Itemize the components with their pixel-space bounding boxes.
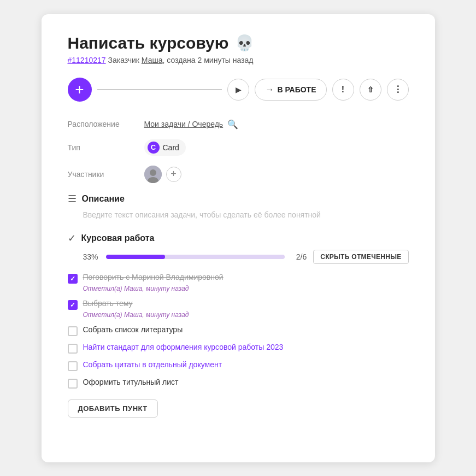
item-text: Собрать цитаты в отдельный документ: [83, 360, 222, 369]
progress-count: 2/6: [291, 252, 307, 261]
list-item: Поговорить с Мариной ВладимировнойОтмети…: [68, 273, 409, 292]
checkbox[interactable]: [68, 300, 78, 310]
svg-point-1: [150, 169, 156, 176]
checklist-header: ✓ Курсовая работа: [68, 232, 409, 244]
more-button[interactable]: ⋮: [387, 79, 409, 101]
play-icon: ▶: [236, 85, 242, 94]
item-text: Найти стандарт для оформления курсовой р…: [83, 343, 284, 351]
item-meta: Отметил(а) Маша, минуту назад: [83, 311, 409, 319]
subtitle: #11210217 Заказчик Маша, создана 2 минут…: [68, 56, 409, 64]
checklist-item-row: Оформить титульный лист: [68, 378, 409, 389]
checklist-item-row: Поговорить с Мариной Владимировной: [68, 273, 409, 284]
checklist-item-row: Найти стандарт для оформления курсовой р…: [68, 343, 409, 354]
add-button[interactable]: +: [68, 78, 92, 102]
checklist-item-row: Выбрать тему: [68, 299, 409, 310]
item-text: Выбрать тему: [83, 299, 133, 308]
description-title: Описание: [82, 194, 125, 204]
checklist-items: Поговорить с Мариной ВладимировнойОтмети…: [68, 273, 409, 389]
location-link[interactable]: Мои задачи / Очередь: [144, 120, 224, 128]
checklist-item-row: Собрать цитаты в отдельный документ: [68, 360, 409, 371]
title-emoji: 💀: [235, 34, 254, 52]
progress-bar: [106, 255, 285, 259]
progress-bar-fill: [106, 255, 165, 259]
checklist-item-row: Собрать список литературы: [68, 325, 409, 336]
progress-percent: 33%: [83, 252, 99, 261]
checklist-title: Курсовая работа: [81, 233, 155, 243]
status-arrow-icon: →: [265, 85, 274, 95]
location-field: Расположение Мои задачи / Очередь 🔍: [68, 119, 409, 130]
description-placeholder[interactable]: Введите текст описания задачи, чтобы сде…: [83, 210, 409, 219]
toolbar: + ▶ → В РАБОТЕ ! ⇧ ⋮: [68, 78, 409, 102]
participants-field: Участники +: [68, 166, 409, 183]
checkbox[interactable]: [68, 326, 78, 336]
list-item: Выбрать темуОтметил(а) Маша, минуту наза…: [68, 299, 409, 319]
share-icon: ⇧: [367, 85, 374, 94]
share-button[interactable]: ⇧: [360, 79, 381, 101]
type-badge[interactable]: C Card: [144, 139, 186, 156]
location-label: Расположение: [68, 120, 144, 128]
type-badge-icon: C: [148, 142, 160, 154]
type-value: C Card: [144, 139, 186, 156]
alert-button[interactable]: !: [332, 79, 354, 101]
list-item: Найти стандарт для оформления курсовой р…: [68, 343, 409, 354]
alert-icon: !: [342, 85, 344, 95]
play-button[interactable]: ▶: [227, 79, 249, 101]
description-section: ☰ Описание Введите текст описания задачи…: [68, 193, 409, 219]
participants-label: Участники: [68, 170, 144, 179]
author-link[interactable]: Маша: [142, 56, 163, 64]
participants-value: +: [144, 166, 181, 183]
item-text: Оформить титульный лист: [83, 378, 179, 386]
task-id-link[interactable]: #11210217: [68, 56, 106, 64]
avatar: [144, 166, 162, 183]
checklist-icon: ✓: [68, 232, 76, 244]
checkbox[interactable]: [68, 274, 78, 284]
checkbox[interactable]: [68, 361, 78, 371]
add-participant-button[interactable]: +: [166, 167, 181, 182]
list-item: Собрать список литературы: [68, 325, 409, 336]
more-icon: ⋮: [393, 84, 402, 95]
type-field: Тип C Card: [68, 139, 409, 156]
item-text: Собрать список литературы: [83, 325, 183, 334]
toolbar-divider: [97, 89, 222, 90]
add-item-button[interactable]: ДОБАВИТЬ ПУНКТ: [68, 399, 158, 418]
hide-checked-button[interactable]: СКРЫТЬ ОТМЕЧЕННЫЕ: [313, 250, 408, 264]
status-label: В РАБОТЕ: [277, 85, 316, 94]
list-item: Оформить титульный лист: [68, 378, 409, 389]
task-card: Написать курсовую 💀 #11210217 Заказчик М…: [42, 14, 435, 462]
list-item: Собрать цитаты в отдельный документ: [68, 360, 409, 371]
description-icon: ☰: [68, 193, 77, 205]
type-label: Тип: [68, 143, 144, 152]
page-title: Написать курсовую: [68, 34, 229, 52]
checkbox[interactable]: [68, 344, 78, 354]
checkbox[interactable]: [68, 379, 78, 389]
progress-row: 33% 2/6 СКРЫТЬ ОТМЕЧЕННЫЕ: [83, 250, 409, 264]
item-text: Поговорить с Мариной Владимировной: [83, 273, 224, 281]
item-meta: Отметил(а) Маша, минуту назад: [83, 285, 409, 292]
search-icon[interactable]: 🔍: [227, 119, 238, 130]
location-value: Мои задачи / Очередь 🔍: [144, 119, 239, 130]
title-row: Написать курсовую 💀: [68, 34, 409, 52]
status-button[interactable]: → В РАБОТЕ: [255, 79, 326, 101]
checklist-section: ✓ Курсовая работа 33% 2/6 СКРЫТЬ ОТМЕЧЕН…: [68, 232, 409, 418]
type-badge-label: Card: [163, 143, 179, 152]
description-header: ☰ Описание: [68, 193, 409, 205]
